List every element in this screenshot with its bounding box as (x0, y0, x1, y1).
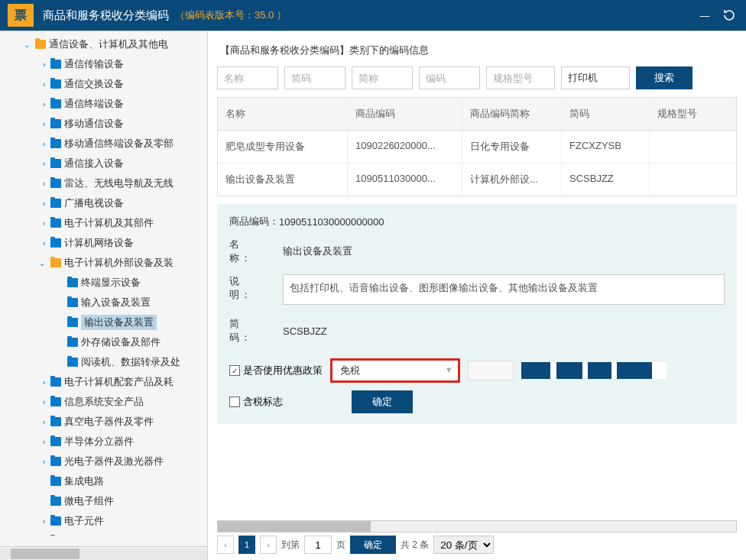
tree-item[interactable]: 输出设备及装置 (0, 312, 207, 332)
expand-icon[interactable]: ⌄ (38, 516, 47, 526)
tax-flag-checkbox[interactable]: 含税标志 (229, 395, 283, 409)
table-cell (650, 163, 736, 196)
tree-item[interactable]: ⌄电子计算机配套产品及耗 (0, 372, 207, 392)
tree-item[interactable]: ⌄雷达、无线电导航及无线 (0, 173, 207, 193)
search-value-input[interactable] (561, 66, 630, 89)
tree-item[interactable]: 阅读机、数据转录及处 (0, 352, 207, 372)
search-code-input[interactable] (419, 66, 480, 89)
tree-item[interactable]: ⌄电子计算机外部设备及装 (0, 253, 207, 273)
tree-item-label: 电子计算机外部设备及装 (64, 256, 174, 270)
expand-icon[interactable]: ⌄ (38, 59, 47, 70)
expand-icon[interactable]: ⌄ (38, 436, 47, 447)
back-button[interactable] (720, 6, 738, 24)
detail-desc-label: 说 明： (229, 274, 283, 302)
checkbox-checked-icon: ✓ (229, 365, 240, 376)
detail-confirm-button[interactable]: 确定 (352, 390, 413, 413)
tree-item-label: 电子元件 (64, 514, 104, 528)
tree-item[interactable]: ⌄通信设备、计算机及其他电 (0, 34, 207, 54)
tree-item[interactable]: 输入设备及装置 (0, 293, 207, 312)
content-hscroll[interactable] (217, 520, 737, 532)
policy-checkbox-label: 是否使用优惠政策 (243, 364, 323, 377)
col-spec: 规格型号 (650, 98, 736, 130)
folder-icon (50, 258, 61, 267)
table-cell: 计算机外部设... (462, 163, 562, 196)
search-spec-input[interactable] (486, 66, 555, 89)
tree-item-label: 光电子器件及激光器件 (64, 455, 164, 468)
expand-icon[interactable]: ⌄ (38, 456, 47, 467)
tree-item-label: 阅读机、数据转录及处 (81, 355, 180, 369)
tree-item[interactable]: ⌄移动通信设备 (0, 114, 207, 134)
folder-icon (50, 477, 61, 486)
pager-perpage[interactable]: 20 条/页 (433, 536, 494, 554)
sidebar: ⌄通信设备、计算机及其他电⌄通信传输设备⌄通信交换设备⌄通信终端设备⌄移动通信设… (0, 31, 208, 560)
expand-icon[interactable]: ⌄ (38, 198, 47, 209)
expand-icon[interactable]: ⌄ (38, 138, 47, 149)
pager-confirm[interactable]: 确定 (350, 536, 396, 554)
tree-item[interactable]: ⌄真空电子器件及零件 (0, 412, 207, 432)
expand-icon[interactable]: ⌄ (38, 377, 47, 387)
tree-item[interactable]: 集成电路 (0, 471, 207, 491)
tree-item-label: 半导体分立器件 (64, 435, 134, 448)
table-row[interactable]: 输出设备及装置1090511030000...计算机外部设...SCSBJZZ (218, 163, 736, 196)
folder-icon (50, 179, 61, 188)
tree-item[interactable]: ⌄电子元件 (0, 511, 207, 531)
expand-icon[interactable]: ⌄ (38, 397, 47, 407)
minimize-button[interactable]: — (696, 6, 714, 24)
search-button[interactable]: 搜索 (636, 66, 692, 89)
tree-item[interactable]: ⌄通信传输设备 (0, 54, 207, 74)
breadcrumb: 【商品和服务税收分类编码】类别下的编码信息 (217, 37, 737, 66)
result-table: 名称 商品编码 商品编码简称 简码 规格型号 肥皂成型专用设备109022602… (217, 97, 737, 196)
expand-icon[interactable]: ⌄ (38, 118, 47, 129)
folder-icon (50, 99, 61, 108)
search-name-input[interactable] (217, 66, 278, 89)
table-header: 名称 商品编码 商品编码简称 简码 规格型号 (218, 98, 736, 131)
tree-item[interactable]: 传感器 (0, 531, 207, 536)
expand-icon[interactable]: ⌄ (38, 158, 47, 169)
table-cell: 肥皂成型专用设备 (218, 131, 348, 163)
collapse-icon[interactable]: ⌄ (21, 40, 32, 49)
expand-icon[interactable]: ⌄ (38, 79, 47, 89)
expand-icon[interactable]: ⌄ (38, 99, 47, 109)
search-abbr-input[interactable] (284, 66, 345, 89)
policy-select[interactable]: 免税 (330, 358, 460, 383)
expand-icon[interactable]: ⌄ (38, 238, 47, 248)
pager-prev[interactable]: ‹ (217, 536, 234, 554)
folder-icon (50, 497, 61, 506)
tree-item[interactable]: ⌄通信终端设备 (0, 94, 207, 114)
expand-icon[interactable]: ⌄ (38, 416, 47, 427)
ghost-input-1[interactable] (468, 361, 514, 380)
tree-item[interactable]: 终端显示设备 (0, 273, 207, 293)
redacted-bar (521, 362, 667, 379)
tree-item[interactable]: ⌄广播电视设备 (0, 193, 207, 213)
pager-goto-input[interactable] (304, 536, 332, 554)
tree-item-label: 电子计算机及其部件 (64, 216, 154, 230)
tree-item[interactable]: ⌄计算机网络设备 (0, 233, 207, 253)
policy-checkbox[interactable]: ✓ 是否使用优惠政策 (229, 364, 323, 377)
folder-icon (50, 238, 61, 248)
pager-next[interactable]: › (260, 536, 277, 554)
folder-icon (50, 199, 61, 208)
tree-item-label: 通信设备、计算机及其他电 (49, 37, 168, 51)
tree-item[interactable]: 微电子组件 (0, 491, 207, 511)
tree-item[interactable]: ⌄半导体分立器件 (0, 432, 207, 452)
collapse-icon[interactable]: ⌄ (37, 259, 47, 267)
tree-item[interactable]: ⌄通信接入设备 (0, 154, 207, 173)
tree-item[interactable]: ⌄光电子器件及激光器件 (0, 452, 207, 471)
pager-page-1[interactable]: 1 (238, 536, 255, 554)
folder-icon (67, 338, 78, 347)
tree-item[interactable]: ⌄移动通信终端设备及零部 (0, 134, 207, 154)
tree-item[interactable]: ⌄通信交换设备 (0, 74, 207, 94)
tree-item[interactable]: 外存储设备及部件 (0, 332, 207, 352)
expand-icon[interactable]: ⌄ (38, 218, 47, 228)
tree-item[interactable]: ⌄电子计算机及其部件 (0, 213, 207, 233)
table-row[interactable]: 肥皂成型专用设备1090226020000...日化专用设备FZCXZYSB (218, 131, 736, 163)
folder-icon (50, 79, 61, 89)
sidebar-hscroll[interactable] (0, 546, 207, 560)
expand-icon[interactable]: ⌄ (38, 178, 47, 189)
folder-icon (50, 139, 61, 148)
tree-item-label: 广播电视设备 (64, 196, 124, 210)
folder-icon (67, 278, 78, 287)
search-short-input[interactable] (352, 66, 413, 89)
tree-item[interactable]: ⌄信息系统安全产品 (0, 392, 207, 412)
folder-icon (50, 417, 61, 426)
